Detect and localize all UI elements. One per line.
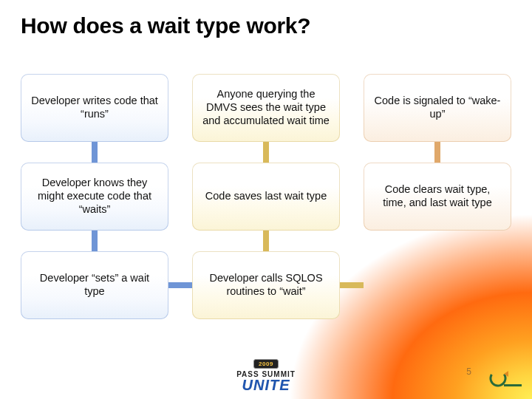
pass-logo-icon [489,368,523,389]
connector-right-icon [168,282,192,288]
cell-r1c0-wrap: Developer knows they might execute code … [21,163,168,231]
connector-right-icon [340,282,364,288]
cell-r1c0: Developer knows they might execute code … [21,163,168,231]
connector-down-icon [92,142,98,163]
cell-r2c1: Developer calls SQLOS routines to “wait” [192,251,340,319]
cell-r2c1-wrap: Developer calls SQLOS routines to “wait” [192,251,340,319]
connector-down-icon [434,142,440,163]
page-number: 5 [466,366,471,377]
footer-year-badge: 2009 [253,359,279,369]
cell-r0c0: Developer writes code that “runs” [21,74,168,142]
cell-r0c2-wrap: Code is signaled to “wake-up” [364,74,511,142]
cell-r1c2: Code clears wait type, time, and last wa… [364,163,511,231]
connector-down-icon [263,231,269,251]
cell-r1c2-wrap: Code clears wait type, time, and last wa… [364,163,511,231]
connector-down-icon [92,231,98,251]
connector-down-icon [263,142,269,163]
cell-r0c0-wrap: Developer writes code that “runs” [21,74,168,142]
cell-r2c2-empty [364,251,511,319]
slide: How does a wait type work? Developer wri… [0,0,532,399]
cell-r2c0-wrap: Developer “sets” a wait type [21,251,168,319]
slide-title: How does a wait type work? [21,13,310,38]
cell-r2c0: Developer “sets” a wait type [21,251,168,319]
diagram-grid: Developer writes code that “runs” Anyone… [21,74,511,319]
footer-logo: 2009 PASS SUMMIT UNITE [211,355,321,392]
footer-unite-text: UNITE [211,378,321,392]
cell-r0c1: Anyone querying the DMVS sees the wait t… [192,74,340,142]
cell-r1c1-wrap: Code saves last wait type [192,163,340,231]
cell-r0c1-wrap: Anyone querying the DMVS sees the wait t… [192,74,340,142]
cell-r1c1: Code saves last wait type [192,163,340,231]
cell-r0c2: Code is signaled to “wake-up” [364,74,511,142]
